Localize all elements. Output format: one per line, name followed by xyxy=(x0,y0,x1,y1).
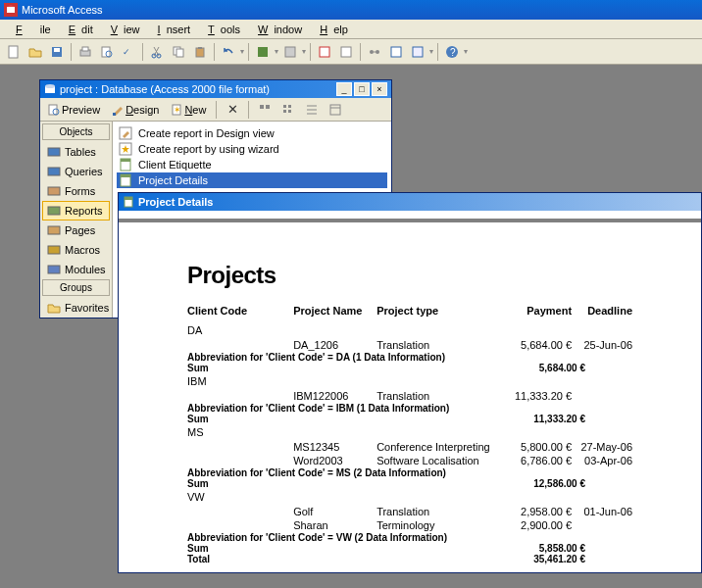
analyze-icon[interactable] xyxy=(280,42,300,62)
list-item[interactable]: Create report in Design view xyxy=(117,125,387,141)
close-button[interactable]: × xyxy=(372,82,387,96)
svg-rect-36 xyxy=(288,105,291,108)
code-icon[interactable] xyxy=(315,42,334,62)
svg-point-19 xyxy=(370,50,374,54)
queries-icon xyxy=(47,166,61,177)
menu-help[interactable]: Help xyxy=(308,22,354,37)
database-sidebar: Objects TablesQueriesFormsReportsPagesMa… xyxy=(40,122,113,318)
cut-icon[interactable] xyxy=(147,42,167,62)
cell-payment: 2,900.00 € xyxy=(507,519,572,531)
help-icon[interactable]: ? xyxy=(442,42,462,62)
sidebar-objects-header[interactable]: Objects xyxy=(42,123,110,140)
app-title: Microsoft Access xyxy=(22,4,103,16)
relationships-icon[interactable] xyxy=(365,42,384,62)
svg-rect-35 xyxy=(283,105,286,108)
menu-file[interactable]: File xyxy=(4,22,57,37)
group-code: VW xyxy=(187,491,632,503)
app-titlebar: Microsoft Access xyxy=(0,0,702,20)
cell-project-type: Translation xyxy=(376,339,507,351)
office-links-icon[interactable] xyxy=(253,42,273,62)
svg-rect-33 xyxy=(260,105,264,109)
svg-rect-30 xyxy=(113,113,116,116)
database-window-titlebar[interactable]: project : Database (Access 2000 file for… xyxy=(40,80,391,98)
separator xyxy=(248,43,249,61)
report-row: GolfTranslation2,958.00 €01-Jun-06 xyxy=(187,505,632,518)
cell-project-name: Sharan xyxy=(293,519,376,531)
menu-window[interactable]: Window xyxy=(246,22,308,37)
sidebar-item-modules[interactable]: Modules xyxy=(42,260,110,279)
menubar: File Edit View Insert Tools Window Help xyxy=(0,20,702,39)
small-icons-icon[interactable] xyxy=(278,100,298,120)
svg-rect-13 xyxy=(196,48,204,57)
sidebar-item-queries[interactable]: Queries xyxy=(42,162,110,181)
print-icon[interactable] xyxy=(75,42,95,62)
report-row: MS12345Conference Interpreting5,800.00 €… xyxy=(187,440,632,454)
reports-icon xyxy=(47,205,61,217)
design-icon xyxy=(119,126,132,140)
minimize-button[interactable]: _ xyxy=(336,82,352,96)
cell-deadline: 25-Jun-06 xyxy=(576,339,632,351)
dropdown-arrow-icon[interactable]: ▾ xyxy=(464,47,468,56)
separator xyxy=(142,43,143,61)
sidebar-item-pages[interactable]: Pages xyxy=(42,220,110,240)
sidebar-item-label: Queries xyxy=(65,166,103,177)
preview-button[interactable]: Preview xyxy=(44,103,104,117)
report-body[interactable]: Projects Client Code Project Name Projec… xyxy=(119,211,701,572)
dropdown-arrow-icon[interactable]: ▾ xyxy=(240,47,244,56)
undo-icon[interactable] xyxy=(219,42,238,62)
new-button[interactable]: ✶ New xyxy=(167,103,210,117)
dropdown-arrow-icon[interactable]: ▾ xyxy=(302,47,306,56)
cell-project-type: Translation xyxy=(376,506,507,517)
build-icon[interactable] xyxy=(408,42,427,62)
open-icon[interactable] xyxy=(25,42,45,62)
spelling-icon[interactable]: ✓ xyxy=(119,42,138,62)
report-window-titlebar[interactable]: Project Details xyxy=(119,193,701,211)
svg-point-27 xyxy=(45,84,55,88)
sidebar-item-forms[interactable]: Forms xyxy=(42,181,110,201)
paste-icon[interactable] xyxy=(190,42,210,62)
sidebar-item-tables[interactable]: Tables xyxy=(42,142,110,162)
report-content: Projects Client Code Project Name Projec… xyxy=(119,262,701,564)
new-icon[interactable] xyxy=(4,42,24,62)
list-item[interactable]: Create report by using wizard xyxy=(117,141,387,157)
report-heading: Projects xyxy=(187,262,632,289)
properties-icon[interactable] xyxy=(386,42,406,62)
sidebar-item-favorites[interactable]: Favorites xyxy=(42,298,110,318)
group-summary-text: Abbreviation for 'Client Code' = DA (1 D… xyxy=(187,352,632,363)
details-icon[interactable] xyxy=(326,100,345,120)
menu-edit[interactable]: Edit xyxy=(57,22,99,37)
report-row: SharanTerminology2,900.00 € xyxy=(187,518,632,532)
svg-rect-23 xyxy=(413,47,423,57)
col-deadline: Deadline xyxy=(576,305,632,317)
svg-rect-14 xyxy=(198,47,202,49)
menu-insert[interactable]: Insert xyxy=(146,22,197,37)
cell-payment: 2,958.00 € xyxy=(507,506,572,517)
menu-view[interactable]: View xyxy=(99,22,146,37)
modules-icon xyxy=(47,264,61,275)
list-icon[interactable] xyxy=(302,100,322,120)
dropdown-arrow-icon[interactable]: ▾ xyxy=(429,47,433,56)
group-summary-text: Abbreviation for 'Client Code' = VW (2 D… xyxy=(187,532,632,543)
dropdown-arrow-icon[interactable]: ▾ xyxy=(275,47,278,56)
wizard-icon xyxy=(119,142,132,156)
sidebar-item-macros[interactable]: Macros xyxy=(42,240,110,260)
sidebar-item-reports[interactable]: Reports xyxy=(42,201,110,220)
sum-value: 5,858.00 € xyxy=(519,543,585,554)
delete-icon[interactable]: ✕ xyxy=(223,100,242,120)
maximize-button[interactable]: □ xyxy=(354,82,370,96)
cell-project-name: DA_1206 xyxy=(293,339,376,351)
list-item-label: Client Etiquette xyxy=(138,159,212,171)
script-icon[interactable] xyxy=(336,42,356,62)
list-item[interactable]: Client Etiquette xyxy=(117,157,387,172)
list-item[interactable]: Project Details xyxy=(117,172,387,188)
svg-rect-3 xyxy=(54,48,60,52)
copy-icon[interactable] xyxy=(169,42,188,62)
menu-tools[interactable]: Tools xyxy=(196,22,246,37)
sidebar-groups-header[interactable]: Groups xyxy=(42,279,110,296)
large-icons-icon[interactable] xyxy=(255,100,275,120)
save-icon[interactable] xyxy=(47,42,67,62)
design-button[interactable]: Design xyxy=(108,103,163,117)
sum-label: Sum xyxy=(187,478,519,489)
print-preview-icon[interactable] xyxy=(97,42,117,62)
report-preview-window: Project Details Projects Client Code Pro… xyxy=(118,192,702,573)
